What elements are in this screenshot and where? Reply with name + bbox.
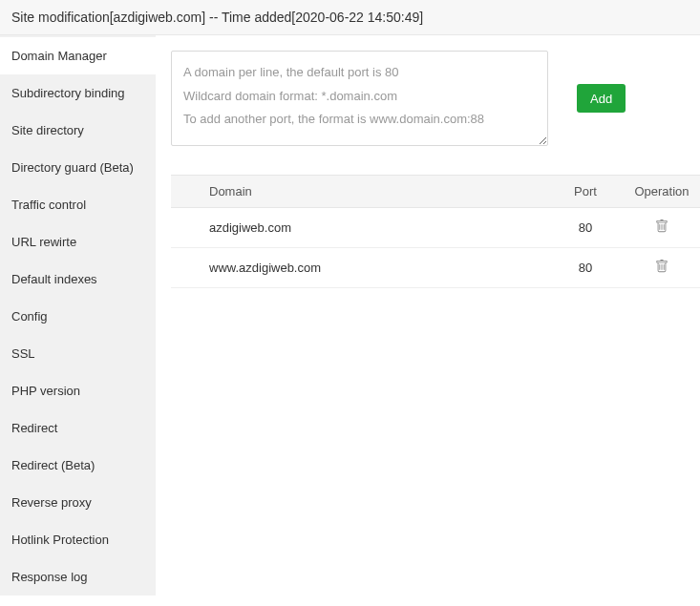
domain-textarea[interactable] bbox=[171, 51, 548, 146]
layout: Domain Manager Subdirectory binding Site… bbox=[0, 35, 700, 596]
sidebar-item-label: Config bbox=[11, 309, 48, 324]
sidebar-item-label: URL rewirte bbox=[11, 235, 76, 249]
sidebar-item-hotlink-protection[interactable]: Hotlink Protection bbox=[0, 521, 156, 558]
cell-domain: azdigiweb.com bbox=[171, 208, 547, 248]
col-port: Port bbox=[547, 176, 624, 208]
sidebar: Domain Manager Subdirectory binding Site… bbox=[0, 35, 156, 596]
cell-port: 80 bbox=[547, 248, 624, 288]
sidebar-item-label: Reverse proxy bbox=[11, 495, 92, 510]
sidebar-item-label: Site directory bbox=[11, 123, 84, 137]
sidebar-item-label: Subdirectory binding bbox=[11, 86, 125, 100]
sidebar-item-label: Traffic control bbox=[11, 198, 86, 212]
sidebar-item-domain-manager[interactable]: Domain Manager bbox=[0, 37, 156, 74]
sidebar-item-response-log[interactable]: Response log bbox=[0, 558, 156, 596]
trash-icon[interactable] bbox=[655, 260, 668, 273]
col-domain: Domain bbox=[171, 176, 547, 208]
sidebar-item-site-directory[interactable]: Site directory bbox=[0, 112, 156, 149]
modal-header: Site modification[azdigiweb.com] -- Time… bbox=[0, 0, 700, 35]
domain-table: Domain Port Operation azdigiweb.com 80 bbox=[171, 175, 700, 288]
sidebar-item-label: Redirect bbox=[11, 421, 57, 435]
main-content: Add Domain Port Operation azdigiweb.com … bbox=[156, 35, 700, 288]
sidebar-item-reverse-proxy[interactable]: Reverse proxy bbox=[0, 484, 156, 521]
table-row: www.azdigiweb.com 80 bbox=[171, 248, 700, 288]
sidebar-item-label: Response log bbox=[11, 570, 88, 584]
sidebar-item-ssl[interactable]: SSL bbox=[0, 335, 156, 372]
sidebar-item-url-rewrite[interactable]: URL rewirte bbox=[0, 223, 156, 261]
sidebar-item-label: SSL bbox=[11, 346, 35, 361]
sidebar-item-subdirectory-binding[interactable]: Subdirectory binding bbox=[0, 74, 156, 112]
sidebar-item-directory-guard[interactable]: Directory guard (Beta) bbox=[0, 149, 156, 186]
domain-input-row: Add bbox=[171, 51, 700, 146]
sidebar-item-redirect-beta[interactable]: Redirect (Beta) bbox=[0, 447, 156, 484]
sidebar-item-default-indexes[interactable]: Default indexes bbox=[0, 261, 156, 298]
sidebar-item-label: Redirect (Beta) bbox=[11, 458, 95, 472]
sidebar-item-redirect[interactable]: Redirect bbox=[0, 409, 156, 447]
table-header-row: Domain Port Operation bbox=[171, 176, 700, 208]
cell-operation bbox=[624, 248, 700, 288]
cell-operation bbox=[624, 208, 700, 248]
sidebar-item-label: Default indexes bbox=[11, 272, 97, 286]
sidebar-item-label: PHP version bbox=[11, 384, 80, 398]
add-button[interactable]: Add bbox=[577, 84, 626, 113]
trash-icon[interactable] bbox=[655, 219, 668, 233]
cell-port: 80 bbox=[547, 208, 624, 248]
modal-title: Site modification[azdigiweb.com] -- Time… bbox=[11, 10, 423, 25]
sidebar-item-label: Hotlink Protection bbox=[11, 533, 109, 547]
sidebar-item-label: Directory guard (Beta) bbox=[11, 160, 134, 175]
sidebar-item-php-version[interactable]: PHP version bbox=[0, 372, 156, 409]
sidebar-item-config[interactable]: Config bbox=[0, 298, 156, 335]
sidebar-item-traffic-control[interactable]: Traffic control bbox=[0, 186, 156, 223]
col-operation: Operation bbox=[624, 176, 700, 208]
cell-domain: www.azdigiweb.com bbox=[171, 248, 547, 288]
sidebar-item-label: Domain Manager bbox=[11, 49, 107, 63]
table-row: azdigiweb.com 80 bbox=[171, 208, 700, 248]
